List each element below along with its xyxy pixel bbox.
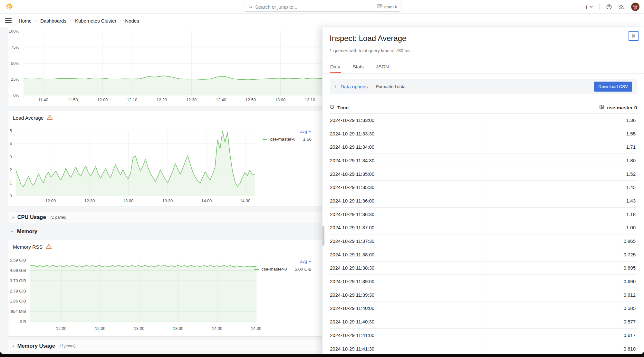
x-tick-label: 14:00 [212, 326, 223, 331]
grafana-logo-icon[interactable] [5, 3, 14, 11]
x-tick-label: 12:30 [84, 198, 95, 203]
table-row[interactable]: 2024-10-29 11:41:300.810 [330, 342, 637, 354]
calculator-grid-icon [599, 104, 604, 110]
chevron-right-icon[interactable]: › [334, 83, 336, 90]
data-options-summary: Formatted data [376, 84, 406, 89]
y-tick-label: 3.73 GiB [10, 278, 26, 283]
cell-value: 1.45 [483, 181, 637, 194]
column-header-time[interactable]: Time [330, 104, 483, 110]
cell-value: 1.52 [483, 167, 637, 181]
cell-value: 0.695 [483, 262, 637, 275]
breadcrumb-item-kubernetes-cluster[interactable]: Kubernetes Cluster [75, 18, 116, 24]
user-avatar[interactable] [631, 3, 639, 11]
news-rss-icon[interactable] [619, 4, 625, 10]
legend-calc-dropdown[interactable]: avg [300, 259, 312, 264]
breadcrumb: Home›Dashboards›Kubernetes Cluster›Nodes [19, 18, 139, 24]
data-options-bar: › Data options Formatted data Download C… [330, 79, 637, 94]
plus-icon: + [585, 4, 589, 10]
y-axis: 100%75%50%25%0% [8, 31, 21, 95]
table-header: Time cse-master-0 [330, 102, 637, 114]
cell-time: 2024-10-29 11:34:30 [330, 154, 483, 167]
scrollbar-thumb[interactable] [322, 226, 324, 246]
search-input[interactable]: Search or jump to... cmd+k [244, 2, 401, 12]
table-row[interactable]: 2024-10-29 11:33:301.55 [330, 127, 637, 141]
warning-icon[interactable] [46, 243, 52, 250]
close-button[interactable] [629, 31, 639, 41]
table-row[interactable]: 2024-10-29 11:35:001.52 [330, 167, 637, 181]
breadcrumb-item-nodes[interactable]: Nodes [125, 18, 139, 24]
column-header-series[interactable]: cse-master-0 [483, 104, 637, 110]
breadcrumb-item-dashboards[interactable]: Dashboards [40, 18, 66, 24]
table-row[interactable]: 2024-10-29 11:39:300.612 [330, 288, 637, 302]
x-tick-label: 12:10 [127, 97, 138, 102]
breadcrumb-separator: › [35, 18, 37, 24]
cell-value: 1.80 [483, 154, 637, 167]
panel-memory-rss[interactable]: Memory RSS 5.59 GiB4.66 GiB3.73 GiB2.79 … [8, 240, 325, 337]
table-row[interactable]: 2024-10-29 11:38:300.695 [330, 262, 637, 275]
cell-value: 1.71 [483, 140, 637, 154]
table-row[interactable]: 2024-10-29 11:34:301.80 [330, 154, 637, 167]
y-tick-label: 1 [10, 180, 12, 185]
x-tick-label: 13:00 [123, 198, 134, 203]
table-row[interactable]: 2024-10-29 11:37:001.00 [330, 221, 637, 235]
tab-json[interactable]: JSON [375, 60, 389, 73]
table-row[interactable]: 2024-10-29 11:41:000.617 [330, 329, 637, 342]
download-csv-button[interactable]: Download CSV [594, 82, 632, 92]
menu-toggle-icon[interactable] [5, 18, 12, 23]
table-row[interactable]: 2024-10-29 11:40:300.577 [330, 315, 637, 329]
series-color-swatch [263, 139, 267, 140]
table-row[interactable]: 2024-10-29 11:37:300.865 [330, 234, 637, 248]
tab-data[interactable]: Data [330, 60, 341, 73]
x-axis: 12:0012:3013:0013:3014:0014:30 [30, 326, 256, 332]
cell-time: 2024-10-29 11:33:30 [330, 127, 483, 140]
x-tick-label: 13:00 [134, 326, 145, 331]
chevron-down-icon [309, 261, 312, 263]
drawer-title: Inspect: Load Average [330, 34, 406, 43]
cell-time: 2024-10-29 11:35:00 [330, 167, 483, 181]
cell-value: 0.577 [483, 315, 637, 328]
table-row[interactable]: 2024-10-29 11:35:301.45 [330, 181, 637, 194]
warning-icon[interactable] [47, 114, 53, 121]
table-row[interactable]: 2024-10-29 11:34:001.71 [330, 140, 637, 154]
inspect-tabs: DataStatsJSON [322, 60, 644, 74]
y-tick-label: 4.66 GiB [10, 268, 26, 273]
cell-time: 2024-10-29 11:41:00 [330, 329, 483, 342]
keyboard-icon [377, 4, 382, 9]
y-tick-label: 0% [13, 93, 19, 98]
y-tick-label: 50% [11, 61, 19, 65]
chevron-down-icon: › [10, 231, 15, 233]
panel-title: Memory RSS [13, 243, 52, 250]
breadcrumb-item-home[interactable]: Home [19, 18, 32, 24]
panel-load-average[interactable]: Load Average 543210 12:0012:3013:0013:30… [8, 111, 325, 206]
data-options-toggle[interactable]: Data options [341, 84, 368, 89]
table-row[interactable]: 2024-10-29 11:33:001.36 [330, 114, 637, 127]
y-tick-label: 25% [11, 77, 19, 82]
gridline-horizontal [30, 322, 256, 322]
tab-stats[interactable]: Stats [352, 60, 364, 73]
x-tick-label: 11:40 [38, 97, 48, 102]
cell-time: 2024-10-29 11:39:30 [330, 288, 483, 302]
cell-value: 1.00 [483, 221, 637, 234]
y-tick-label: 2 [10, 167, 12, 172]
x-tick-label: 12:00 [56, 326, 67, 331]
y-tick-label: 75% [11, 45, 19, 49]
table-row[interactable]: 2024-10-29 11:39:000.690 [330, 275, 637, 288]
cell-time: 2024-10-29 11:38:00 [330, 248, 483, 261]
y-tick-label: 954 MiB [11, 309, 26, 314]
new-button[interactable]: + [585, 4, 593, 10]
cell-time: 2024-10-29 11:40:30 [330, 315, 483, 328]
grafana-app: Search or jump to... cmd+k + [0, 0, 644, 354]
legend-item[interactable]: cse-master-0 1.66 [263, 137, 312, 142]
table-row[interactable]: 2024-10-29 11:36:001.43 [330, 194, 637, 208]
help-icon[interactable] [606, 4, 612, 10]
cell-value: 1.18 [483, 208, 637, 221]
x-tick-label: 12:30 [95, 326, 106, 331]
legend-item[interactable]: cse-master-0 5.00 GiB [254, 267, 312, 272]
cell-value: 0.612 [483, 288, 637, 302]
table-row[interactable]: 2024-10-29 11:38:000.725 [330, 248, 637, 262]
x-tick-label: 12:40 [216, 97, 226, 102]
table-row[interactable]: 2024-10-29 11:40:000.585 [330, 302, 637, 315]
panel-legend: avg cse-master-0 1.66 [263, 129, 312, 142]
legend-calc-dropdown[interactable]: avg [300, 129, 312, 134]
table-row[interactable]: 2024-10-29 11:36:301.18 [330, 208, 637, 221]
